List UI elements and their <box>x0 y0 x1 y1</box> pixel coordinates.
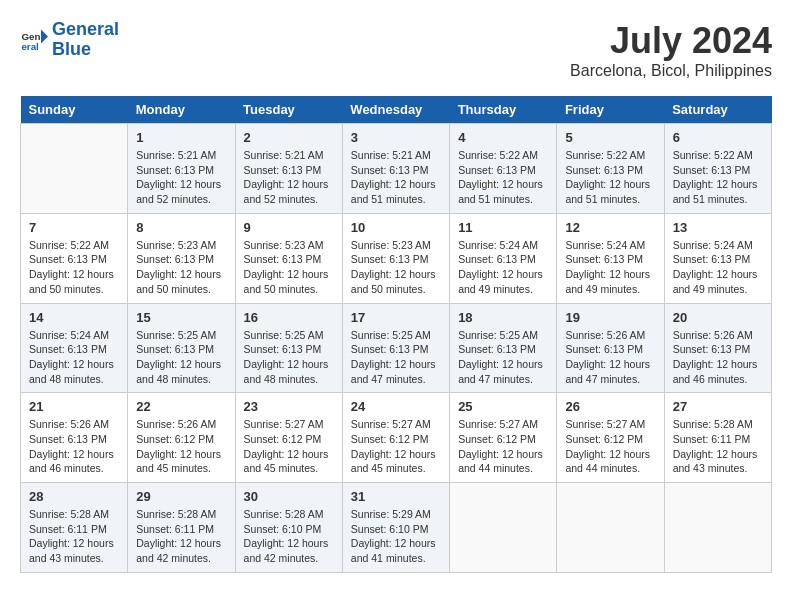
calendar-week-row: 21Sunrise: 5:26 AM Sunset: 6:13 PM Dayli… <box>21 393 772 483</box>
calendar-cell: 12Sunrise: 5:24 AM Sunset: 6:13 PM Dayli… <box>557 213 664 303</box>
day-info: Sunrise: 5:28 AM Sunset: 6:11 PM Dayligh… <box>673 417 763 476</box>
day-number: 31 <box>351 489 441 504</box>
day-number: 26 <box>565 399 655 414</box>
day-info: Sunrise: 5:27 AM Sunset: 6:12 PM Dayligh… <box>351 417 441 476</box>
day-info: Sunrise: 5:25 AM Sunset: 6:13 PM Dayligh… <box>244 328 334 387</box>
day-number: 21 <box>29 399 119 414</box>
day-info: Sunrise: 5:24 AM Sunset: 6:13 PM Dayligh… <box>458 238 548 297</box>
day-number: 19 <box>565 310 655 325</box>
day-header-monday: Monday <box>128 96 235 124</box>
calendar-cell: 11Sunrise: 5:24 AM Sunset: 6:13 PM Dayli… <box>450 213 557 303</box>
day-number: 3 <box>351 130 441 145</box>
day-info: Sunrise: 5:28 AM Sunset: 6:11 PM Dayligh… <box>29 507 119 566</box>
calendar-cell: 15Sunrise: 5:25 AM Sunset: 6:13 PM Dayli… <box>128 303 235 393</box>
day-info: Sunrise: 5:27 AM Sunset: 6:12 PM Dayligh… <box>244 417 334 476</box>
day-number: 22 <box>136 399 226 414</box>
main-title: July 2024 <box>570 20 772 62</box>
calendar-cell: 1Sunrise: 5:21 AM Sunset: 6:13 PM Daylig… <box>128 124 235 214</box>
calendar-week-row: 1Sunrise: 5:21 AM Sunset: 6:13 PM Daylig… <box>21 124 772 214</box>
calendar-week-row: 14Sunrise: 5:24 AM Sunset: 6:13 PM Dayli… <box>21 303 772 393</box>
day-header-sunday: Sunday <box>21 96 128 124</box>
calendar-cell: 6Sunrise: 5:22 AM Sunset: 6:13 PM Daylig… <box>664 124 771 214</box>
calendar-cell: 26Sunrise: 5:27 AM Sunset: 6:12 PM Dayli… <box>557 393 664 483</box>
svg-marker-2 <box>41 29 48 43</box>
day-info: Sunrise: 5:26 AM Sunset: 6:13 PM Dayligh… <box>673 328 763 387</box>
calendar-cell: 24Sunrise: 5:27 AM Sunset: 6:12 PM Dayli… <box>342 393 449 483</box>
day-info: Sunrise: 5:25 AM Sunset: 6:13 PM Dayligh… <box>458 328 548 387</box>
day-number: 9 <box>244 220 334 235</box>
day-info: Sunrise: 5:24 AM Sunset: 6:13 PM Dayligh… <box>29 328 119 387</box>
calendar-cell: 18Sunrise: 5:25 AM Sunset: 6:13 PM Dayli… <box>450 303 557 393</box>
day-info: Sunrise: 5:23 AM Sunset: 6:13 PM Dayligh… <box>351 238 441 297</box>
logo-icon: Gen eral <box>20 26 48 54</box>
calendar-header-row: SundayMondayTuesdayWednesdayThursdayFrid… <box>21 96 772 124</box>
calendar-table: SundayMondayTuesdayWednesdayThursdayFrid… <box>20 96 772 573</box>
day-info: Sunrise: 5:25 AM Sunset: 6:13 PM Dayligh… <box>136 328 226 387</box>
calendar-cell <box>450 483 557 573</box>
calendar-cell <box>21 124 128 214</box>
calendar-cell <box>557 483 664 573</box>
day-number: 18 <box>458 310 548 325</box>
day-number: 11 <box>458 220 548 235</box>
day-number: 14 <box>29 310 119 325</box>
page-header: Gen eral General Blue July 2024 Barcelon… <box>20 20 772 80</box>
day-info: Sunrise: 5:26 AM Sunset: 6:12 PM Dayligh… <box>136 417 226 476</box>
calendar-cell: 23Sunrise: 5:27 AM Sunset: 6:12 PM Dayli… <box>235 393 342 483</box>
day-info: Sunrise: 5:21 AM Sunset: 6:13 PM Dayligh… <box>136 148 226 207</box>
calendar-week-row: 7Sunrise: 5:22 AM Sunset: 6:13 PM Daylig… <box>21 213 772 303</box>
calendar-cell: 13Sunrise: 5:24 AM Sunset: 6:13 PM Dayli… <box>664 213 771 303</box>
calendar-cell: 5Sunrise: 5:22 AM Sunset: 6:13 PM Daylig… <box>557 124 664 214</box>
day-info: Sunrise: 5:26 AM Sunset: 6:13 PM Dayligh… <box>565 328 655 387</box>
logo: Gen eral General Blue <box>20 20 119 60</box>
calendar-cell: 3Sunrise: 5:21 AM Sunset: 6:13 PM Daylig… <box>342 124 449 214</box>
day-number: 4 <box>458 130 548 145</box>
calendar-cell: 8Sunrise: 5:23 AM Sunset: 6:13 PM Daylig… <box>128 213 235 303</box>
calendar-cell: 14Sunrise: 5:24 AM Sunset: 6:13 PM Dayli… <box>21 303 128 393</box>
calendar-cell: 2Sunrise: 5:21 AM Sunset: 6:13 PM Daylig… <box>235 124 342 214</box>
calendar-cell: 20Sunrise: 5:26 AM Sunset: 6:13 PM Dayli… <box>664 303 771 393</box>
day-number: 6 <box>673 130 763 145</box>
calendar-cell: 22Sunrise: 5:26 AM Sunset: 6:12 PM Dayli… <box>128 393 235 483</box>
day-info: Sunrise: 5:28 AM Sunset: 6:10 PM Dayligh… <box>244 507 334 566</box>
calendar-cell <box>664 483 771 573</box>
day-number: 1 <box>136 130 226 145</box>
day-number: 20 <box>673 310 763 325</box>
calendar-cell: 9Sunrise: 5:23 AM Sunset: 6:13 PM Daylig… <box>235 213 342 303</box>
day-info: Sunrise: 5:22 AM Sunset: 6:13 PM Dayligh… <box>29 238 119 297</box>
calendar-cell: 21Sunrise: 5:26 AM Sunset: 6:13 PM Dayli… <box>21 393 128 483</box>
calendar-cell: 17Sunrise: 5:25 AM Sunset: 6:13 PM Dayli… <box>342 303 449 393</box>
logo-text: General Blue <box>52 20 119 60</box>
day-info: Sunrise: 5:21 AM Sunset: 6:13 PM Dayligh… <box>244 148 334 207</box>
title-area: July 2024 Barcelona, Bicol, Philippines <box>570 20 772 80</box>
calendar-week-row: 28Sunrise: 5:28 AM Sunset: 6:11 PM Dayli… <box>21 483 772 573</box>
day-info: Sunrise: 5:24 AM Sunset: 6:13 PM Dayligh… <box>565 238 655 297</box>
calendar-cell: 31Sunrise: 5:29 AM Sunset: 6:10 PM Dayli… <box>342 483 449 573</box>
day-info: Sunrise: 5:26 AM Sunset: 6:13 PM Dayligh… <box>29 417 119 476</box>
day-number: 10 <box>351 220 441 235</box>
day-info: Sunrise: 5:28 AM Sunset: 6:11 PM Dayligh… <box>136 507 226 566</box>
calendar-cell: 7Sunrise: 5:22 AM Sunset: 6:13 PM Daylig… <box>21 213 128 303</box>
day-number: 30 <box>244 489 334 504</box>
calendar-cell: 30Sunrise: 5:28 AM Sunset: 6:10 PM Dayli… <box>235 483 342 573</box>
day-info: Sunrise: 5:22 AM Sunset: 6:13 PM Dayligh… <box>458 148 548 207</box>
calendar-cell: 29Sunrise: 5:28 AM Sunset: 6:11 PM Dayli… <box>128 483 235 573</box>
day-number: 24 <box>351 399 441 414</box>
day-number: 25 <box>458 399 548 414</box>
day-number: 29 <box>136 489 226 504</box>
day-number: 8 <box>136 220 226 235</box>
day-number: 7 <box>29 220 119 235</box>
day-number: 28 <box>29 489 119 504</box>
day-number: 17 <box>351 310 441 325</box>
svg-text:eral: eral <box>21 41 39 52</box>
day-header-thursday: Thursday <box>450 96 557 124</box>
day-info: Sunrise: 5:22 AM Sunset: 6:13 PM Dayligh… <box>673 148 763 207</box>
calendar-cell: 25Sunrise: 5:27 AM Sunset: 6:12 PM Dayli… <box>450 393 557 483</box>
day-header-saturday: Saturday <box>664 96 771 124</box>
day-info: Sunrise: 5:27 AM Sunset: 6:12 PM Dayligh… <box>565 417 655 476</box>
day-info: Sunrise: 5:23 AM Sunset: 6:13 PM Dayligh… <box>136 238 226 297</box>
day-info: Sunrise: 5:27 AM Sunset: 6:12 PM Dayligh… <box>458 417 548 476</box>
day-info: Sunrise: 5:21 AM Sunset: 6:13 PM Dayligh… <box>351 148 441 207</box>
day-number: 27 <box>673 399 763 414</box>
day-number: 12 <box>565 220 655 235</box>
day-number: 16 <box>244 310 334 325</box>
